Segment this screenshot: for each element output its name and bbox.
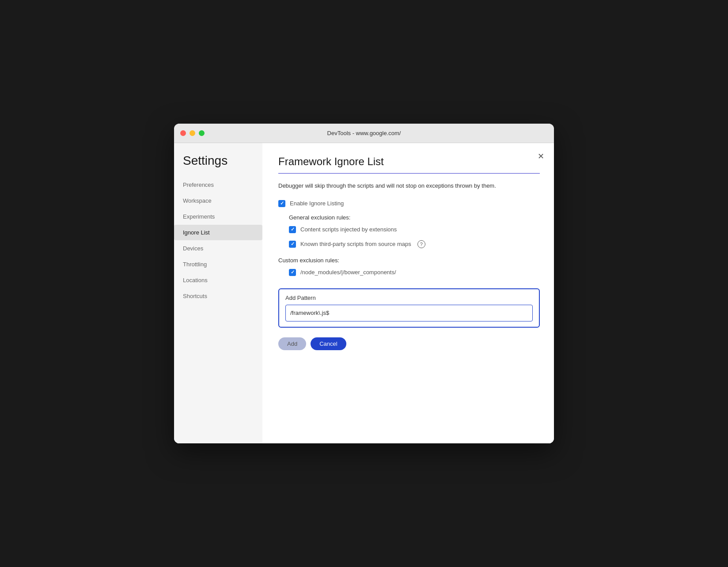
enable-ignore-listing-row[interactable]: Enable Ignore Listing [278,200,540,207]
page-title: Framework Ignore List [278,155,540,168]
rule2-checkbox[interactable] [289,241,296,248]
custom-rules-list: /node_modules/|/bower_components/ [289,269,540,276]
window-body: Settings Preferences Workspace Experimen… [174,143,554,443]
sidebar-item-shortcuts[interactable]: Shortcuts [174,288,262,304]
sidebar-item-devices[interactable]: Devices [174,241,262,256]
rule1-label[interactable]: Content scripts injected by extensions [300,226,397,233]
sidebar-item-locations[interactable]: Locations [174,272,262,288]
custom-exclusion-label: Custom exclusion rules: [278,257,540,264]
devtools-window: DevTools - www.google.com/ Settings Pref… [174,124,554,443]
titlebar: DevTools - www.google.com/ [174,124,554,143]
custom-rule1-checkbox[interactable] [289,269,296,276]
add-pattern-label: Add Pattern [285,295,533,301]
rule1-checkbox[interactable] [289,226,296,233]
rule1-row[interactable]: Content scripts injected by extensions [289,226,540,233]
help-icon[interactable]: ? [417,240,425,248]
sidebar-item-ignore-list[interactable]: Ignore List [174,225,262,240]
sidebar-item-preferences[interactable]: Preferences [174,177,262,193]
add-button[interactable]: Add [278,337,306,350]
sidebar-heading: Settings [174,154,262,177]
general-exclusion-section: General exclusion rules: Content scripts… [289,214,540,248]
sidebar-item-workspace[interactable]: Workspace [174,193,262,208]
rule2-row[interactable]: Known third-party scripts from source ma… [289,240,540,248]
main-content: ✕ Framework Ignore List Debugger will sk… [262,143,554,443]
custom-exclusion-section: Custom exclusion rules: /node_modules/|/… [278,257,540,350]
description-text: Debugger will skip through the scripts a… [278,181,540,190]
rule2-label[interactable]: Known third-party scripts from source ma… [300,241,411,247]
close-traffic-light[interactable] [180,130,186,136]
custom-rule1-row[interactable]: /node_modules/|/bower_components/ [289,269,540,276]
window-title: DevTools - www.google.com/ [327,130,401,136]
buttons-row: Add Cancel [278,337,540,350]
maximize-traffic-light[interactable] [199,130,205,136]
general-exclusion-label: General exclusion rules: [289,214,540,221]
pattern-input[interactable] [285,305,533,321]
close-button[interactable]: ✕ [535,150,547,163]
sidebar-item-experiments[interactable]: Experiments [174,209,262,224]
minimize-traffic-light[interactable] [190,130,195,136]
enable-ignore-listing-checkbox[interactable] [278,200,285,207]
cancel-button[interactable]: Cancel [311,337,346,350]
title-divider [278,173,540,174]
sidebar-item-throttling[interactable]: Throttling [174,257,262,272]
sidebar: Settings Preferences Workspace Experimen… [174,143,262,443]
enable-ignore-listing-label[interactable]: Enable Ignore Listing [290,200,344,207]
add-pattern-box: Add Pattern [278,288,540,328]
traffic-lights [180,130,205,136]
custom-rule1-label[interactable]: /node_modules/|/bower_components/ [300,269,396,276]
